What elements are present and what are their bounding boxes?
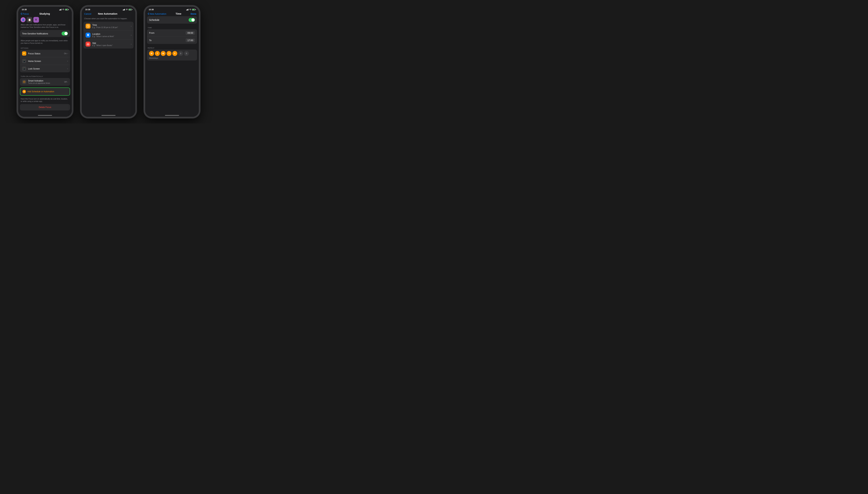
day-tuesday[interactable]: T [155,51,160,56]
app-option-icon [85,42,91,46]
day-monday[interactable]: M [149,51,154,56]
day-friday[interactable]: F [172,51,177,56]
focus-status-chevron: › [67,53,68,55]
options-section-label: OPTIONS [18,46,72,50]
notifications-row[interactable]: Time-Sensitive Notifications [20,30,70,37]
time-option-row[interactable]: Time E.g. "From 12:30 pm to 2:30 pm" › [83,22,134,31]
home-screen-chevron: › [67,60,68,62]
notifications-group: Time-Sensitive Notifications [20,30,70,37]
battery-icon-3 [192,9,195,11]
screen-2: Cancel New Automation Choose when you wa… [82,12,135,117]
back-button-1[interactable]: Focus [21,13,29,15]
nav-title-2: New Automation [98,12,117,15]
time-1: 10:38 [22,8,27,11]
notifications-toggle[interactable] [62,32,68,36]
weekdays-label: Weekdays [147,57,197,60]
status-bar-1: 10:38 [18,7,72,12]
repeat-section-label: REPEAT [145,46,199,50]
done-button[interactable]: Done [191,13,196,15]
screen-1: Focus Studying 👤 📋 🎙 Allow calls and not… [18,12,72,117]
home-bar-1 [38,115,52,116]
svg-rect-17 [187,10,187,11]
smart-activation-chevron: › [67,81,68,83]
lock-screen-label: Lock Screen [28,67,67,70]
notifications-label: Time-Sensitive Notifications [22,32,62,35]
schedule-row[interactable]: Schedule [147,16,197,24]
day-saturday[interactable]: S [178,51,183,56]
svg-rect-19 [188,9,188,11]
from-row[interactable]: From 09:00 [147,29,197,37]
signal-icon [59,9,61,11]
battery-icon-2 [129,9,132,11]
screen-3: New Automation Time Done Schedule TIME F… [145,12,199,117]
location-option-row[interactable]: Location E.g. "When I arrive at Work" › [83,31,134,40]
app-icons-row: 👤 📋 🎙 [18,16,72,23]
focus-status-row[interactable]: 🔔 Focus Status On › [20,50,70,57]
svg-rect-6 [123,10,123,11]
home-screen-row[interactable]: 📱 Home Screen › [20,57,70,65]
wifi-icon-3 [189,9,191,11]
location-option-content: Location E.g. "When I arrive at Work" [92,33,129,37]
day-thursday[interactable]: T [167,51,172,56]
nav-title-1: Studying [39,12,50,15]
phone-3: 10:38 New Autom [144,5,200,118]
home-screen-right: › [67,60,68,62]
back-chevron-icon [21,13,22,15]
home-bar-3 [165,115,179,116]
focus-status-icon: 🔔 [22,51,26,56]
smart-activation-right: Off › [64,81,68,83]
svg-rect-16 [186,10,187,11]
home-screen-label: Home Screen [28,59,67,63]
add-desc: Have this Focus turn on automatically at… [18,97,72,104]
phone-2: 10:38 Cancel New Automation Ch [80,5,137,118]
app-option-row[interactable]: App E.g. "When I open Books" › [83,40,134,49]
phone-1: 10:38 Focus [17,5,73,118]
location-icon [87,34,89,37]
battery-icon [65,9,68,11]
to-value[interactable]: 17:00 [186,38,195,42]
from-value[interactable]: 09:00 [186,31,195,35]
svg-marker-15 [87,43,89,45]
options-group: 🔔 Focus Status On › 📱 Home Screen [20,50,70,72]
time-option-content: Time E.g. "From 12:30 pm to 2:30 pm" [92,24,129,28]
nav-bar-2: Cancel New Automation [82,12,135,16]
to-row[interactable]: To 17:00 [147,37,197,44]
lock-screen-right: › [67,68,68,70]
time-3: 10:38 [149,8,154,11]
status-bar-3: 10:38 [145,7,199,12]
smart-activation-row[interactable]: Smart Activation Turns on at opportune t… [20,78,70,86]
location-option-icon [85,33,91,38]
schedule-label: Schedule [149,19,159,21]
add-icon: + [22,90,26,93]
back-button-3[interactable]: New Automation [148,13,166,15]
schedule-toggle[interactable] [189,18,195,22]
power-icon [23,81,25,83]
lock-screen-row[interactable]: 📱 Lock Screen › [20,65,70,72]
home-screen-icon: 📱 [22,59,26,63]
automation-list: Time E.g. "From 12:30 pm to 2:30 pm" › L… [83,22,134,49]
delete-focus-button[interactable]: Delete Focus [20,104,70,111]
clock-icon [86,25,90,27]
svg-point-13 [88,35,89,35]
day-wednesday[interactable]: W [161,51,166,56]
nav-bar-1: Focus Studying [18,12,72,16]
status-icons-1 [59,9,68,11]
focus-status-label: Focus Status [28,52,64,55]
wifi-icon [62,9,64,11]
smart-activation-group: Smart Activation Turns on at opportune t… [20,78,70,86]
turn-on-label: TURN ON AUTOMATICALLY [18,74,72,78]
add-schedule-button[interactable]: + Add Schedule or Automation [20,88,70,96]
signal-icon-3 [186,9,188,11]
svg-line-12 [88,26,89,27]
svg-rect-0 [59,10,60,11]
home-bar-2 [101,115,116,116]
days-row: M T W T F S S [147,50,197,57]
cancel-button[interactable]: Cancel [84,13,91,15]
day-sunday[interactable]: S [184,51,189,56]
time-option-chevron: › [131,25,131,27]
from-label: From [149,32,154,34]
time-2: 10:38 [85,8,90,11]
app-icon-2: 🎙 [33,17,39,23]
status-icons-2 [123,9,132,11]
svg-rect-9 [124,9,125,11]
